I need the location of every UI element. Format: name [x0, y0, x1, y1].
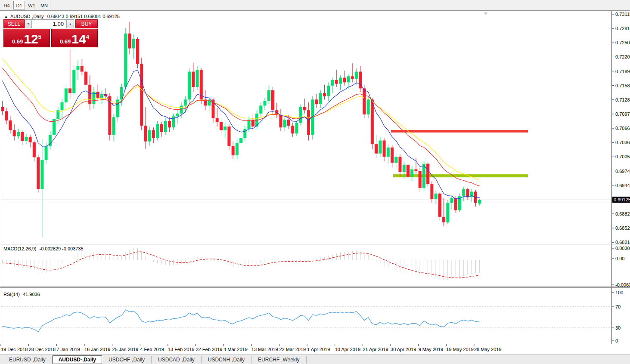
candle-body-up [295, 123, 298, 133]
candle-body-down [128, 34, 131, 49]
candle-body-down [426, 164, 429, 185]
candle [442, 198, 445, 226]
candle [323, 85, 326, 100]
date-axis-label: 21 Apr 2019 [363, 347, 388, 352]
candle [172, 114, 175, 130]
high-value: 0.69151 [66, 14, 83, 19]
price-axis-label: 0.69745 [615, 169, 630, 174]
price-chart[interactable]: 0.731150.728100.725050.722000.718900.715… [0, 11, 630, 354]
price-axis-label: 0.72505 [615, 40, 630, 45]
candle [275, 103, 278, 118]
timeframe-d1-button[interactable]: D1 [13, 1, 25, 9]
candle-body-down [407, 165, 410, 177]
resistance-line[interactable] [391, 130, 528, 133]
macd-name: MACD(12,26,9) [3, 246, 36, 251]
tab-eurchf-weekly[interactable]: EURCHF-,Weekly [251, 356, 306, 364]
candle [327, 82, 330, 101]
tab-usdcnh-daily[interactable]: USDCNH-,Daily [202, 356, 251, 364]
price-axis-label: 0.71585 [615, 83, 630, 88]
candle [279, 109, 282, 131]
sell-price-display[interactable]: 0.69 12 5 [3, 29, 50, 47]
candle [21, 130, 24, 145]
candle-body-down [335, 80, 338, 84]
candle [29, 135, 32, 148]
candle [1, 101, 4, 115]
candle [339, 75, 342, 90]
candle-body-down [291, 126, 294, 133]
candle [450, 195, 453, 209]
candle [196, 66, 199, 90]
date-axis-label: 30 Apr 2019 [391, 347, 416, 352]
candle [391, 145, 394, 167]
candle [407, 163, 410, 180]
candle-body-down [9, 120, 12, 130]
date-axis-label: 19 Dec 2018 [1, 347, 28, 352]
candle-body-down [399, 157, 402, 172]
candle [17, 129, 20, 139]
candle-body-up [462, 189, 465, 196]
candle-body-up [367, 99, 370, 114]
candle [232, 142, 235, 159]
candle [267, 86, 270, 104]
timeframe-w1-button[interactable]: W1 [26, 1, 37, 9]
buy-button[interactable]: BUY [75, 19, 98, 28]
candle [132, 34, 135, 59]
candle-body-down [152, 130, 155, 138]
candle [379, 137, 382, 157]
price-axis-label: 0.71280 [615, 97, 630, 102]
candle-body-up [470, 191, 473, 197]
symbol-tabbar: EURUSD-,Daily AUDUSD-,Daily USDCHF-,Dail… [0, 355, 630, 364]
candle [367, 96, 370, 118]
candle-body-up [283, 120, 286, 127]
candle-body-down [1, 107, 4, 111]
candle [422, 161, 425, 191]
candle-body-up [132, 39, 135, 49]
candles-layer [1, 22, 481, 238]
candle-body-up [446, 203, 449, 222]
candle-body-up [478, 200, 481, 204]
candle-body-up [76, 66, 79, 70]
chart-shift-marker-icon[interactable] [484, 12, 487, 15]
candle-body-up [148, 130, 151, 142]
candle [383, 138, 386, 161]
tab-usdchf-daily[interactable]: USDCHF-,Daily [102, 356, 152, 364]
candle-body-up [112, 117, 115, 135]
candle [220, 118, 223, 135]
current-price-badge: 0.69125 [612, 197, 630, 203]
buy-price-display[interactable]: 0.69 14 4 [51, 29, 98, 47]
candle-body-up [347, 76, 350, 82]
candle-body-down [315, 99, 318, 104]
candle [303, 99, 306, 114]
axes-layer: 0.731150.728100.725050.722000.718900.715… [0, 11, 630, 352]
volume-increase-button[interactable]: ▲ [67, 19, 74, 28]
candle [264, 98, 267, 110]
price-axis-label: 0.72810 [615, 26, 630, 31]
candle [124, 28, 127, 90]
candle [37, 154, 40, 193]
tab-usdcad-daily[interactable]: USDCAD-,Daily [152, 356, 202, 364]
candle-body-down [383, 141, 386, 157]
candle-body-up [327, 86, 330, 96]
candle [466, 188, 469, 200]
tab-audusd-daily[interactable]: AUDUSD-,Daily [53, 355, 102, 364]
buy-price-prefix: 0.69 [60, 38, 71, 45]
candle [56, 107, 59, 124]
volume-decrease-button[interactable]: ▼ [25, 19, 32, 28]
rsi-axis-label: 30 [615, 325, 621, 330]
candle [152, 127, 155, 143]
timeframe-h4-button[interactable]: H4 [1, 1, 12, 9]
candle-body-down [442, 217, 445, 222]
timeframe-mn-button[interactable]: MN [38, 1, 50, 9]
candle-body-up [156, 124, 159, 138]
collapse-icon[interactable]: ▲ [4, 15, 8, 19]
rsi-axis-label: 0 [615, 338, 618, 343]
candle-body-down [29, 137, 32, 142]
sell-button[interactable]: SELL [3, 19, 25, 28]
tab-eurusd-daily[interactable]: EURUSD-,Daily [3, 356, 53, 364]
volume-input[interactable] [32, 19, 67, 28]
candle-body-down [140, 64, 143, 126]
candle-body-down [96, 92, 99, 98]
price-axis-label: 0.73115 [615, 12, 630, 17]
candle-body-down [307, 110, 310, 135]
candle-body-down [323, 93, 326, 96]
